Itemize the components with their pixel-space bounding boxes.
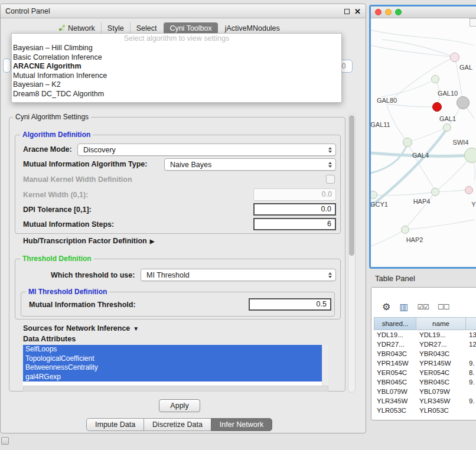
mi-threshold-group-title: MI Threshold Definition xyxy=(26,288,109,296)
sources-section-toggle[interactable]: Sources for Network Inference▼ xyxy=(23,324,139,332)
table-cell: YBL079W xyxy=(374,387,416,396)
table-cell xyxy=(466,349,476,358)
network-node[interactable] xyxy=(457,96,470,109)
table-row[interactable]: YPR145WYPR145W9. xyxy=(374,358,476,368)
network-node[interactable] xyxy=(401,226,409,234)
table-row[interactable]: YBR043CYBR043C xyxy=(374,349,476,358)
network-icon xyxy=(58,24,66,33)
network-node[interactable] xyxy=(450,53,459,62)
table-row[interactable]: YDL19...YDL19...13 xyxy=(374,330,476,340)
close-traffic-light-icon[interactable] xyxy=(375,9,382,15)
deselect-all-columns-icon[interactable]: ☐☐ xyxy=(438,304,449,311)
bottom-tab-discretize-data[interactable]: Discretize Data xyxy=(144,418,211,431)
attributes-horizontal-scrollbar[interactable] xyxy=(23,386,328,392)
network-node[interactable] xyxy=(443,123,451,132)
table-cell: 9. xyxy=(466,358,476,368)
float-window-icon[interactable] xyxy=(344,9,350,14)
algorithm-option[interactable]: ARACNE Algorithm xyxy=(12,62,341,71)
network-node-label: GAL4 xyxy=(412,152,429,159)
tab-jactivemnodules[interactable]: jActiveMNodules xyxy=(219,22,286,34)
tab-style[interactable]: Style xyxy=(101,22,130,34)
network-node[interactable] xyxy=(431,188,439,196)
column-header-extra[interactable] xyxy=(466,317,476,330)
mi-type-label: Mutual Information Algorithm Type: xyxy=(23,160,147,168)
network-node-label: GAL10 xyxy=(438,90,458,97)
network-node-label: SWI4 xyxy=(453,139,469,146)
data-attributes-list[interactable]: SelfLoopsTopologicalCoefficientBetweenne… xyxy=(23,345,328,386)
dropdown-arrows-icon xyxy=(328,272,332,278)
table-cell: YLR345W xyxy=(416,396,466,406)
tab-label: Style xyxy=(107,24,124,32)
attribute-item[interactable]: BetweennessCentrality xyxy=(23,363,322,373)
attribute-item[interactable]: TopologicalCoefficient xyxy=(23,354,322,364)
network-node[interactable] xyxy=(432,102,442,112)
zoom-traffic-light-icon[interactable] xyxy=(395,9,402,15)
network-edge xyxy=(405,220,474,230)
algorithm-option[interactable]: Dream8 DC_TDC Algorithm xyxy=(12,90,341,99)
gear-icon[interactable]: ⚙ xyxy=(382,302,390,312)
which-threshold-select[interactable]: MI Threshold xyxy=(141,269,336,281)
which-threshold-label: Which threshold to use: xyxy=(51,271,135,279)
mi-type-select[interactable]: Naive Bayes xyxy=(164,158,336,171)
select-all-columns-icon[interactable]: ☑☑ xyxy=(417,304,429,311)
tab-select[interactable]: Select xyxy=(130,22,163,34)
dpi-tolerance-field[interactable]: 0.0 xyxy=(253,203,336,216)
attribute-item[interactable]: gal4RGexp xyxy=(23,373,322,382)
attribute-item[interactable]: SelfLoops xyxy=(23,345,322,354)
aracne-mode-select[interactable]: Discovery xyxy=(77,144,336,156)
network-node[interactable] xyxy=(431,75,439,83)
network-edge xyxy=(373,193,432,195)
table-row[interactable]: YLR345WYLR345W9. xyxy=(374,396,476,406)
algorithm-option[interactable]: Basic Correlation Inference xyxy=(12,53,341,63)
settings-scrollbar[interactable] xyxy=(348,113,356,393)
algorithm-option[interactable]: Bayesian – K2 xyxy=(12,80,341,90)
manual-kernel-label: Manual Kernel Width Definition xyxy=(23,175,132,184)
network-edge xyxy=(387,104,432,107)
network-edge xyxy=(371,45,451,57)
table-row[interactable]: YER054CYER054C8. xyxy=(374,368,476,377)
table-cell: YER054C xyxy=(416,368,466,377)
table-cell: YPR145W xyxy=(416,358,466,368)
table-row[interactable]: YLR053CYLR053C xyxy=(374,406,476,415)
attributes-scrollbar[interactable] xyxy=(322,345,328,386)
network-node[interactable] xyxy=(403,138,412,147)
column-selector-icon[interactable]: ▥ xyxy=(399,302,408,312)
network-edge xyxy=(371,30,474,45)
tab-label: Cyni Toolbox xyxy=(169,24,211,32)
tab-label: jActiveMNodules xyxy=(225,24,280,32)
up-arrow-icon xyxy=(328,272,332,275)
sources-section-label: Sources for Network Inference xyxy=(23,324,130,332)
algorithm-option[interactable]: Mutual Information Inference xyxy=(12,71,341,81)
algorithm-option[interactable]: Bayesian – Hill Climbing xyxy=(12,44,341,53)
mi-steps-field[interactable]: 6 xyxy=(253,218,336,230)
network-node[interactable] xyxy=(464,148,476,163)
column-header-shared[interactable]: shared... xyxy=(374,317,416,330)
table-cell: YLR345W xyxy=(374,396,416,406)
network-canvas[interactable]: GALGAL80GAL10GAL11GAL1SWI4GAL4GCY1HAP4YH… xyxy=(371,18,476,267)
table-row[interactable]: YBR045CYBR045C9. xyxy=(374,377,476,387)
table-row[interactable]: YDR27...YDR27...12 xyxy=(374,340,476,349)
control-panel-titlebar[interactable]: Control Panel ✕ xyxy=(1,4,366,18)
apply-button[interactable]: Apply xyxy=(159,399,200,412)
table-cell: YLR053C xyxy=(416,406,466,415)
bottom-tab-infer-network[interactable]: Infer Network xyxy=(211,418,272,431)
network-node-label: GAL1 xyxy=(439,115,456,122)
network-scrollbar-corner[interactable] xyxy=(470,18,476,27)
bottom-tab-impute-data[interactable]: Impute Data xyxy=(86,418,144,431)
minimize-traffic-light-icon[interactable] xyxy=(385,9,392,15)
control-panel-title: Control Panel xyxy=(5,7,50,15)
docked-panel-icon[interactable] xyxy=(1,437,9,445)
settings-scrollbar-thumb[interactable] xyxy=(349,115,354,256)
mi-threshold-field[interactable]: 0.5 xyxy=(249,298,331,311)
table-header-row: shared...name xyxy=(374,317,476,330)
manual-kernel-checkbox[interactable] xyxy=(326,175,335,184)
tab-cyni-toolbox[interactable]: Cyni Toolbox xyxy=(164,22,217,34)
close-window-icon[interactable]: ✕ xyxy=(354,8,361,15)
column-header-name[interactable]: name xyxy=(416,317,466,330)
network-node-label: HAP4 xyxy=(413,198,431,205)
table-row[interactable]: YBL079WYBL079W xyxy=(374,387,476,396)
network-window-titlebar[interactable] xyxy=(371,6,476,18)
window-buttons: ✕ xyxy=(344,4,361,18)
hub-section-toggle[interactable]: Hub/Transcription Factor Definition▶ xyxy=(23,237,154,245)
network-node[interactable] xyxy=(465,186,473,194)
